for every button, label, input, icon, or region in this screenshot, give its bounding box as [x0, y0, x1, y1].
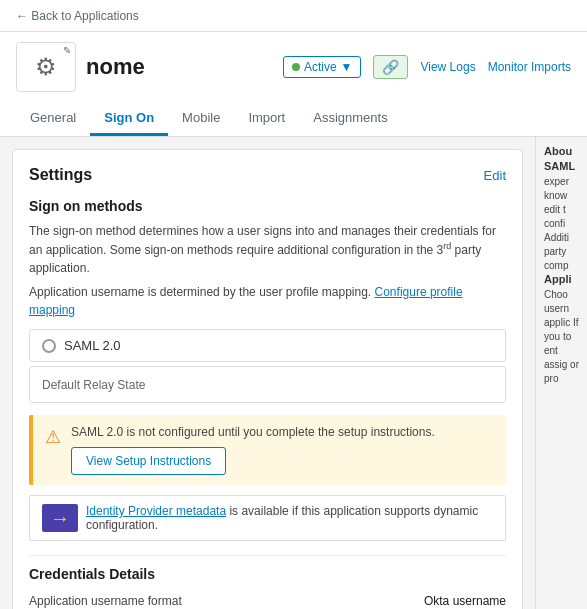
tab-import[interactable]: Import: [234, 102, 299, 136]
status-dot: [292, 63, 300, 71]
warning-content: SAML 2.0 is not configured until you com…: [71, 425, 435, 475]
warning-text: SAML 2.0 is not configured until you com…: [71, 425, 435, 439]
back-to-applications-link[interactable]: ← Back to Applications: [16, 9, 139, 23]
edit-icon-overlay[interactable]: ✎: [63, 45, 71, 56]
warning-icon: ⚠: [45, 426, 61, 448]
sidebar-saml-text: exper know edit t confi Additi party com…: [544, 175, 579, 273]
tabs-row: General Sign On Mobile Import Assignment…: [16, 102, 571, 136]
app-info-row: ✎ ⚙ nome Active ▼ 🔗 View Logs Monitor Im…: [16, 42, 571, 92]
top-bar: ← Back to Applications: [0, 0, 587, 32]
icon-button[interactable]: 🔗: [373, 55, 408, 79]
card-header: Settings Edit: [29, 166, 506, 184]
gear-icon: ⚙: [35, 53, 57, 81]
saml-radio[interactable]: [42, 339, 56, 353]
metadata-text: Identity Provider metadata is available …: [86, 504, 493, 532]
app-name: nome: [86, 54, 273, 80]
tab-general[interactable]: General: [16, 102, 90, 136]
sidebar-panel: Abou SAML exper know edit t confi Additi…: [535, 137, 587, 609]
arrow-icon: →: [50, 507, 70, 530]
arrow-section: → Identity Provider metadata is availabl…: [29, 495, 506, 541]
sidebar-saml-heading: SAML: [544, 160, 579, 172]
view-logs-link[interactable]: View Logs: [420, 60, 475, 74]
sidebar-appli-text: Choo usern applic If you to ent assig or…: [544, 288, 579, 386]
relay-state-label: Default Relay State: [42, 378, 145, 392]
app-icon-box: ✎ ⚙: [16, 42, 76, 92]
description-text-2: Application username is determined by th…: [29, 283, 506, 319]
view-setup-instructions-button[interactable]: View Setup Instructions: [71, 447, 226, 475]
identity-provider-metadata-link[interactable]: Identity Provider metadata: [86, 504, 226, 518]
sign-on-section-title: Sign on methods: [29, 198, 506, 214]
warning-bar: ⚠ SAML 2.0 is not configured until you c…: [29, 415, 506, 485]
saml-option-row: SAML 2.0: [29, 329, 506, 362]
arrow-box: →: [42, 504, 78, 532]
tab-sign-on[interactable]: Sign On: [90, 102, 168, 136]
credentials-format-value: Okta username: [424, 594, 506, 608]
header-actions: Active ▼ 🔗 View Logs Monitor Imports: [283, 55, 571, 79]
credentials-section: Credentials Details Application username…: [29, 555, 506, 609]
tab-assignments[interactable]: Assignments: [299, 102, 401, 136]
credentials-title: Credentials Details: [29, 566, 506, 582]
credentials-row: Application username format Okta usernam…: [29, 590, 506, 609]
main-content: Settings Edit Sign on methods The sign-o…: [0, 137, 535, 609]
status-badge-button[interactable]: Active ▼: [283, 56, 362, 78]
monitor-imports-link[interactable]: Monitor Imports: [488, 60, 571, 74]
app-header: ✎ ⚙ nome Active ▼ 🔗 View Logs Monitor Im…: [0, 32, 587, 137]
tab-mobile[interactable]: Mobile: [168, 102, 234, 136]
status-label: Active: [304, 60, 337, 74]
edit-link[interactable]: Edit: [484, 168, 506, 183]
description-text-1: The sign-on method determines how a user…: [29, 222, 506, 277]
saml-label: SAML 2.0: [64, 338, 121, 353]
card-title: Settings: [29, 166, 92, 184]
main-layout: Settings Edit Sign on methods The sign-o…: [0, 137, 587, 609]
sidebar-appli-heading: Appli: [544, 273, 579, 285]
relay-state-box: Default Relay State: [29, 366, 506, 403]
credentials-format-label: Application username format: [29, 594, 182, 608]
sidebar-about-heading: Abou: [544, 145, 579, 157]
settings-card: Settings Edit Sign on methods The sign-o…: [12, 149, 523, 609]
status-dropdown-arrow: ▼: [341, 60, 353, 74]
